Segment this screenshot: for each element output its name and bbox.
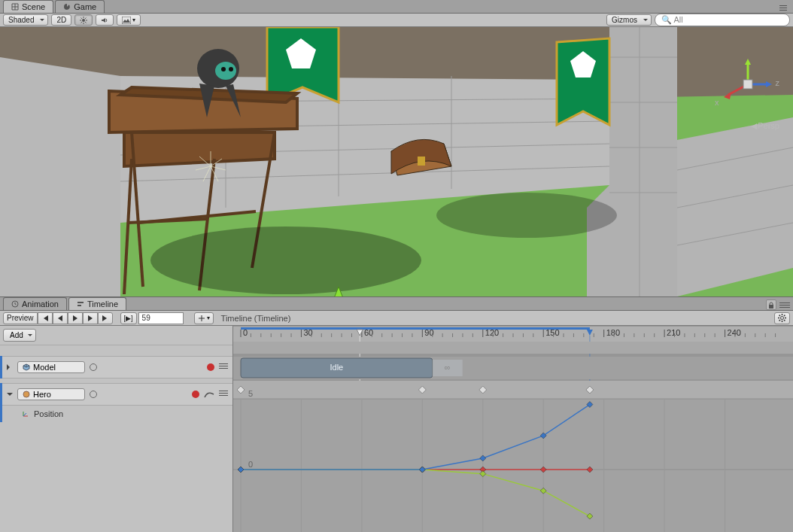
lock-button[interactable]: [766, 299, 776, 310]
cube-icon: [23, 363, 30, 371]
projection-label[interactable]: ◀ Persp: [751, 121, 779, 131]
add-track-button[interactable]: Add: [3, 329, 36, 342]
scene-viewport[interactable]: x z ◀ Persp: [0, 27, 793, 296]
search-placeholder: All: [673, 15, 682, 24]
svg-line-77: [779, 315, 780, 316]
svg-point-47: [215, 62, 236, 80]
search-input[interactable]: 🔍 All: [655, 14, 790, 26]
svg-text:210: 210: [667, 328, 680, 337]
svg-text:0: 0: [248, 460, 253, 469]
timeline-title: Timeline (Timeline): [221, 314, 291, 323]
track-menu-icon[interactable]: [219, 391, 228, 398]
foldout-icon[interactable]: [7, 393, 13, 399]
svg-point-42: [150, 226, 421, 294]
record-icon[interactable]: [192, 391, 199, 398]
track-list: Add Model: [0, 326, 233, 532]
toggle-fx[interactable]: ▾: [117, 14, 141, 26]
svg-point-81: [23, 391, 29, 397]
banner-right: [557, 38, 609, 125]
svg-line-7: [85, 17, 87, 19]
record-icon[interactable]: [207, 363, 214, 371]
play-button[interactable]: [68, 312, 83, 324]
toggle-audio[interactable]: [96, 14, 114, 26]
tab-game[interactable]: Game: [55, 0, 105, 13]
foldout-icon[interactable]: [7, 364, 13, 370]
avatar-mask-icon[interactable]: [90, 363, 97, 371]
next-frame-icon: [87, 315, 93, 321]
goto-start-icon: [41, 315, 49, 321]
svg-line-84: [23, 413, 26, 416]
timeline-toolbar: Preview [▶] ▾ Timeline (Timeline): [0, 311, 793, 326]
track-model-binding[interactable]: Model: [17, 361, 85, 373]
svg-marker-12: [0, 57, 120, 296]
svg-line-79: [784, 315, 785, 316]
svg-rect-9: [122, 17, 131, 24]
svg-text:150: 150: [545, 328, 559, 337]
preview-button[interactable]: Preview: [3, 312, 38, 324]
track-menu-icon[interactable]: [219, 363, 228, 371]
svg-rect-160: [233, 381, 793, 399]
svg-text:0: 0: [243, 328, 248, 337]
gizmos-dropdown[interactable]: Gizmos: [606, 14, 652, 26]
gizmo-x-label: x: [715, 98, 719, 107]
svg-rect-71: [769, 305, 773, 309]
tab-game-label: Game: [74, 2, 96, 11]
main-tab-bar: Scene Game: [0, 0, 793, 14]
tab-timeline[interactable]: Timeline: [68, 297, 126, 310]
svg-line-78: [784, 320, 785, 321]
svg-point-43: [436, 193, 617, 238]
avatar-mask-icon[interactable]: [90, 391, 97, 398]
sphere-icon: [23, 391, 30, 398]
bottom-tab-bar: Animation Timeline: [0, 297, 793, 311]
settings-button[interactable]: [774, 312, 790, 324]
track-hero-binding[interactable]: Hero: [17, 388, 85, 400]
svg-text:5: 5: [248, 389, 253, 398]
svg-rect-45: [418, 157, 425, 166]
prev-frame-icon: [57, 315, 63, 321]
svg-rect-154: [233, 342, 793, 354]
tab-scene-label: Scene: [22, 2, 45, 11]
timeline-icon: [77, 300, 84, 308]
svg-rect-69: [77, 302, 84, 303]
frame-input[interactable]: [138, 312, 184, 324]
play-icon: [72, 315, 78, 321]
shading-mode-select[interactable]: Shaded: [3, 14, 48, 26]
svg-marker-34: [124, 132, 275, 166]
marker-button[interactable]: ▾: [194, 312, 214, 324]
svg-text:240: 240: [728, 328, 741, 337]
tab-animation[interactable]: Animation: [3, 297, 67, 310]
svg-text:Idle: Idle: [330, 363, 343, 372]
subtrack-position[interactable]: Position: [2, 406, 232, 422]
prev-frame-button[interactable]: [53, 312, 68, 324]
search-icon: 🔍: [661, 15, 673, 24]
curves-icon[interactable]: [204, 390, 214, 399]
svg-marker-62: [745, 59, 751, 65]
svg-rect-86: [241, 327, 590, 330]
panel-menu-icon[interactable]: [779, 299, 790, 310]
track-model[interactable]: Model: [2, 356, 232, 378]
transform-icon: [22, 410, 29, 418]
goto-end-button[interactable]: [98, 312, 113, 324]
tab-timeline-label: Timeline: [87, 299, 118, 309]
svg-text:∞: ∞: [445, 363, 451, 372]
toggle-2d[interactable]: 2D: [51, 14, 71, 26]
svg-point-0: [82, 19, 85, 22]
toggle-lighting[interactable]: [74, 14, 93, 26]
svg-line-8: [81, 22, 83, 23]
svg-line-6: [85, 22, 87, 23]
svg-text:120: 120: [485, 328, 499, 337]
tab-scene[interactable]: Scene: [3, 0, 53, 13]
next-frame-button[interactable]: [83, 312, 98, 324]
timeline-area[interactable]: 0306090120150180210240Idle∞-505: [233, 326, 793, 532]
goto-start-button[interactable]: [38, 312, 53, 324]
goto-end-icon: [102, 315, 109, 321]
grid-icon: [11, 3, 19, 11]
svg-line-80: [779, 320, 780, 321]
window-menu-icon[interactable]: [778, 2, 788, 13]
pacman-icon: [63, 3, 71, 11]
svg-marker-15: [677, 117, 793, 296]
track-hero[interactable]: Hero: [2, 383, 232, 406]
orientation-gizmo[interactable]: x z: [718, 54, 778, 114]
play-range-button[interactable]: [▶]: [120, 312, 137, 324]
svg-text:180: 180: [606, 328, 620, 337]
